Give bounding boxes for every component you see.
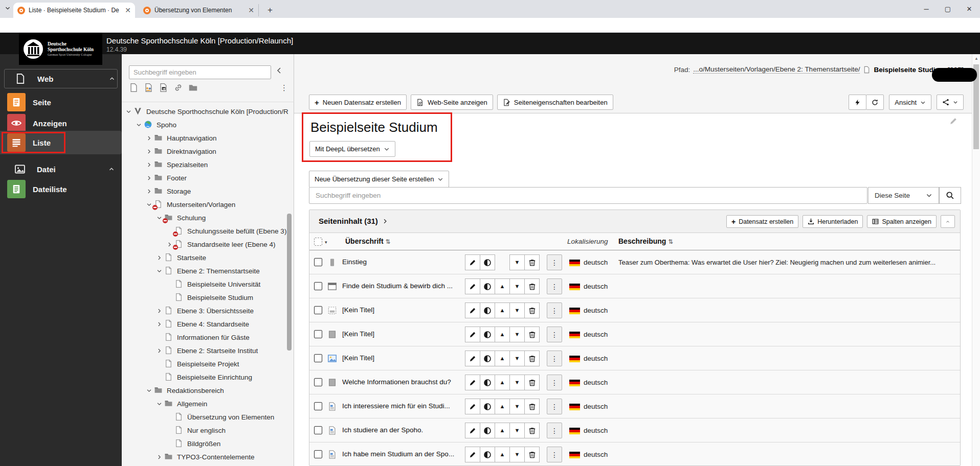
sidebar-item-dateiliste[interactable]: Dateiliste <box>0 178 122 200</box>
row-checkbox[interactable] <box>314 450 322 458</box>
move-up-button[interactable]: ▲ <box>495 423 510 438</box>
tree-node[interactable]: Deutsche Sporthochschule Köln [Productio… <box>122 105 288 118</box>
move-up-button[interactable]: ▲ <box>495 375 510 390</box>
more-actions-button[interactable]: ⋮ <box>547 254 562 270</box>
hide-toggle-button[interactable] <box>480 254 495 270</box>
record-title[interactable]: [Kein Titel] <box>342 306 463 314</box>
hide-toggle-button[interactable] <box>480 399 495 414</box>
more-actions-button[interactable]: ⋮ <box>547 375 562 390</box>
chevron-down-icon[interactable] <box>136 121 144 129</box>
move-up-button[interactable]: ▲ <box>495 447 510 462</box>
move-up-button[interactable]: ▲ <box>495 302 510 318</box>
more-actions-button[interactable]: ⋮ <box>547 278 562 294</box>
reload-button[interactable] <box>866 95 884 110</box>
row-checkbox[interactable] <box>314 354 322 362</box>
edit-page-properties-button[interactable]: Seiteneigenschaften bearbeiten <box>497 95 613 110</box>
record-search-input[interactable] <box>309 187 867 204</box>
tree-node[interactable]: Beispielseite Einrichtung <box>122 370 288 384</box>
move-up-button[interactable]: ▲ <box>495 327 510 342</box>
delete-button[interactable] <box>524 423 540 438</box>
record-title[interactable]: Ich studiere an der Spoho. <box>342 426 463 434</box>
move-up-button[interactable]: ▲ <box>495 278 510 294</box>
chevron-right-icon[interactable] <box>157 253 164 262</box>
tree-node[interactable]: Übersetzung von Elementen <box>122 410 288 424</box>
record-title[interactable]: [Kein Titel] <box>342 330 463 338</box>
window-close-button[interactable]: ✕ <box>959 0 980 17</box>
sidebar-item-liste[interactable]: Liste <box>0 131 122 154</box>
tree-node[interactable]: Standardseite leer (Ebene 4) <box>122 238 288 251</box>
move-down-button[interactable]: ▼ <box>509 327 525 342</box>
share-dropdown-button[interactable] <box>937 95 964 110</box>
row-checkbox[interactable] <box>314 426 322 434</box>
more-actions-button[interactable]: ⋮ <box>547 302 562 318</box>
show-columns-button[interactable]: Spalten anzeigen <box>867 215 937 228</box>
hide-toggle-button[interactable] <box>480 302 495 318</box>
view-webpage-button[interactable]: Web-Seite anzeigen <box>411 95 493 110</box>
record-title[interactable]: Ich interessiere mich für ein Studi... <box>342 402 463 410</box>
tree-node[interactable]: Beispielseite Studium <box>122 291 288 304</box>
tree-node[interactable]: Beispielseite Projekt <box>122 357 288 370</box>
edit-button[interactable] <box>465 327 480 342</box>
chevron-down-icon[interactable] <box>157 267 164 275</box>
new-translation-button[interactable]: Neue Übersetzung dieser Seite erstellen <box>309 171 449 188</box>
tree-node[interactable]: Direktnavigation <box>122 145 288 158</box>
edit-button[interactable] <box>465 447 480 462</box>
module-group-web[interactable]: Web <box>4 69 118 88</box>
column-header-description[interactable]: Beschreibung ⇅ <box>618 237 673 245</box>
edit-pencil-icon[interactable] <box>949 116 958 125</box>
edit-button[interactable] <box>465 278 480 294</box>
hide-toggle-button[interactable] <box>480 351 495 366</box>
tree-node[interactable]: Ebene 4: Standardseite <box>122 317 288 331</box>
move-down-button[interactable]: ▼ <box>509 423 525 438</box>
scroll-up-icon[interactable]: ▲ <box>974 56 978 61</box>
chevron-right-icon[interactable] <box>146 147 154 155</box>
chevron-right-icon[interactable] <box>146 174 154 182</box>
tree-more-icon[interactable]: ⋮ <box>280 83 288 92</box>
hide-toggle-button[interactable] <box>480 447 495 462</box>
tree-node[interactable]: Spoho <box>122 118 288 131</box>
tree-search-input[interactable] <box>129 65 271 79</box>
record-title[interactable]: Ich habe mein Studium an der Spo... <box>342 450 463 458</box>
tab-search-chevron-icon[interactable] <box>4 5 11 12</box>
cache-bolt-button[interactable] <box>849 95 866 110</box>
hide-toggle-button[interactable] <box>480 375 495 390</box>
link-icon[interactable] <box>173 83 183 92</box>
new-record-button[interactable]: +Neuen Datensatz erstellen <box>309 95 407 110</box>
new-page-icon[interactable] <box>129 83 139 92</box>
tree-node[interactable]: Beispielseite Universität <box>122 277 288 291</box>
tree-node[interactable]: Ebene 2: Themenstartseite <box>122 264 288 277</box>
deepl-translate-button[interactable]: Mit DeepL übersetzen <box>309 141 395 157</box>
hide-toggle-button[interactable] <box>480 327 495 342</box>
delete-button[interactable] <box>524 447 540 462</box>
new-tab-button[interactable]: + <box>264 4 276 16</box>
hide-toggle-button[interactable] <box>480 278 495 294</box>
tree-node[interactable]: Storage <box>122 184 288 198</box>
create-record-button[interactable]: +Datensatz erstellen <box>726 215 798 228</box>
module-group-datei[interactable]: Datei <box>4 159 118 179</box>
tree-node[interactable]: TYPO3-Contentelemente <box>122 450 288 463</box>
move-down-button[interactable]: ▼ <box>509 375 525 390</box>
edit-button[interactable] <box>465 302 480 318</box>
record-title[interactable]: [Kein Titel] <box>342 354 463 362</box>
move-down-button[interactable]: ▼ <box>509 278 525 294</box>
download-button[interactable]: Herunterladen <box>803 215 863 228</box>
content-scrollbar[interactable]: ▲ <box>972 54 980 466</box>
record-title[interactable]: Einstieg <box>342 258 463 266</box>
chevron-right-icon[interactable] <box>146 160 154 169</box>
search-scope-select[interactable]: Diese Seite <box>868 187 939 204</box>
row-checkbox[interactable] <box>314 378 322 386</box>
chevron-right-icon[interactable] <box>157 320 164 328</box>
move-down-button[interactable]: ▼ <box>509 302 525 318</box>
move-down-button[interactable]: ▼ <box>509 447 525 462</box>
chevron-down-icon[interactable] <box>126 107 133 115</box>
delete-button[interactable] <box>524 399 540 414</box>
more-actions-button[interactable]: ⋮ <box>547 351 562 366</box>
move-up-button[interactable]: ▲ <box>495 399 510 414</box>
chevron-right-icon[interactable] <box>146 187 154 195</box>
edit-button[interactable] <box>465 375 480 390</box>
ansicht-dropdown-button[interactable]: Ansicht <box>889 95 931 110</box>
sidebar-item-seite[interactable]: Seite <box>0 91 122 113</box>
chevron-right-icon[interactable] <box>157 346 164 355</box>
select-all-checkbox[interactable] <box>314 238 322 246</box>
row-checkbox[interactable] <box>314 306 322 314</box>
